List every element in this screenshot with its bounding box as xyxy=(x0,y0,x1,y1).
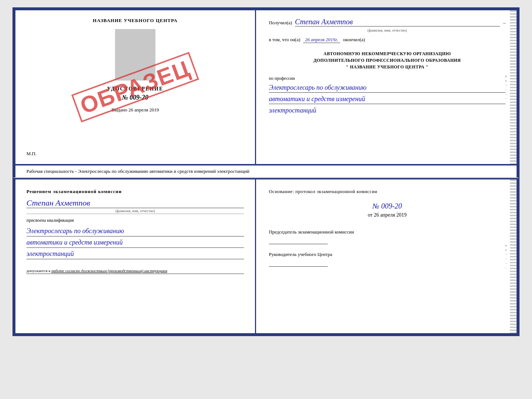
qual-line2: автоматики и средств измерений xyxy=(26,238,244,248)
bottom-document: Решением экзаменационной комиссии Степан… xyxy=(12,178,520,336)
in-that-prefix: в том, что он(а) xyxy=(269,37,301,43)
received-line: Получил(а) Степан Ахметпов – xyxy=(269,18,506,26)
issued-date-value: 26 апреля 2019 xyxy=(129,107,159,113)
bottom-left-panel: Решением экзаменационной комиссии Степан… xyxy=(15,179,256,333)
protocol-date-value: 26 апреля 2019 xyxy=(374,212,406,218)
received-name: Степан Ахметпов xyxy=(295,18,500,26)
date-value: 26 апреля 2019г. xyxy=(303,37,340,43)
person-name-bottom: Степан Ахметпов xyxy=(26,198,244,208)
fio-label-bottom: (фамилия, имя, отчество) xyxy=(26,209,244,214)
fio-label-top: (фамилия, имя, отчество) xyxy=(269,28,506,32)
side-labels-bottom: и а ← – – – xyxy=(505,179,508,333)
protocol-date-prefix: от xyxy=(368,212,373,218)
profession-prefix: по профессии xyxy=(269,76,506,81)
bottom-dash-line xyxy=(26,274,244,274)
protocol-date: от 26 апреля 2019 xyxy=(269,212,506,218)
date-line: в том, что он(а) 26 апреля 2019г. окончи… xyxy=(269,37,506,43)
certificate-right-panel: Получил(а) Степан Ахметпов – (фамилия, и… xyxy=(256,10,517,164)
director-title: Руководитель учебного Центра xyxy=(269,252,506,257)
top-document: НАЗВАНИЕ УЧЕБНОГО ЦЕНТРА УДОСТОВЕРЕНИЕ №… xyxy=(12,7,520,165)
bottom-right-content: Основание: протокол экзаменационной коми… xyxy=(269,189,506,274)
side-labels-top: и а ← – – – xyxy=(505,10,508,164)
training-center-title: НАЗВАНИЕ УЧЕБНОГО ЦЕНТРА xyxy=(93,18,178,24)
allowed-value: работе согласно должностным (производств… xyxy=(51,268,167,273)
profession-line2: автоматики и средств измерений xyxy=(269,95,506,104)
certificate-left-panel: НАЗВАНИЕ УЧЕБНОГО ЦЕНТРА УДОСТОВЕРЕНИЕ №… xyxy=(15,10,256,164)
chairman-title: Председатель экзаменационной комиссии xyxy=(269,229,506,235)
basis-title: Основание: протокол экзаменационной коми… xyxy=(269,189,506,195)
org-block: АВТОНОМНУЮ НЕКОММЕРЧЕСКУЮ ОРГАНИЗАЦИЮ ДО… xyxy=(269,50,506,70)
commission-title: Решением экзаменационной комиссии xyxy=(26,189,244,195)
specialty-bar: Рабочая специальность - Электрослесарь п… xyxy=(12,165,520,178)
chairman-block: Председатель экзаменационной комиссии xyxy=(269,229,506,244)
allowed-work: допускается к работе согласно должностны… xyxy=(26,268,244,273)
profession-line3: электростанций xyxy=(269,106,506,115)
org-line1: АВТОНОМНУЮ НЕКОММЕРЧЕСКУЮ ОРГАНИЗАЦИЮ xyxy=(269,50,506,57)
qual-line1: Электрослесарь по обслуживанию xyxy=(26,226,244,236)
mp-label: М.П. xyxy=(26,147,36,157)
protocol-number: № 009-20 xyxy=(269,202,506,210)
bottom-right-panel: Основание: протокол экзаменационной коми… xyxy=(256,179,517,333)
org-line3: " НАЗВАНИЕ УЧЕБНОГО ЦЕНТРА " xyxy=(269,64,506,70)
chairman-sig-line xyxy=(269,237,328,244)
allowed-prefix: допускается к xyxy=(26,268,50,273)
qual-line3: электростанций xyxy=(26,249,244,259)
finished-label: окончил(а) xyxy=(343,37,365,43)
director-block: Руководитель учебного Центра xyxy=(269,252,506,267)
org-line2: ДОПОЛНИТЕЛЬНОГО ПРОФЕССИОНАЛЬНОГО ОБРАЗО… xyxy=(269,57,506,64)
document-container: НАЗВАНИЕ УЧЕБНОГО ЦЕНТРА УДОСТОВЕРЕНИЕ №… xyxy=(12,7,520,336)
assigned-qual-prefix: присвоена квалификация xyxy=(26,218,244,223)
received-prefix: Получил(а) xyxy=(269,20,292,26)
director-sig-line xyxy=(269,259,328,267)
profession-line1: Электрослесарь по обслуживанию xyxy=(269,83,506,93)
